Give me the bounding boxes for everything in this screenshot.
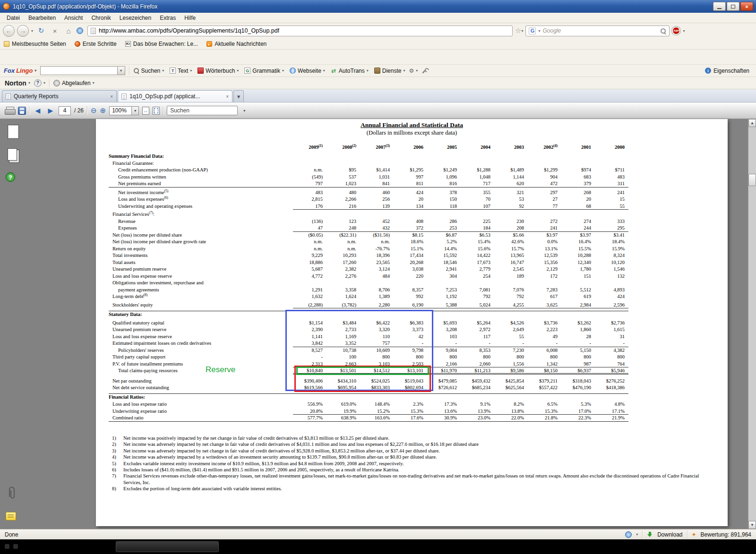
foxlingo-item[interactable]: Dienste▾ <box>374 68 405 74</box>
bookmark-item[interactable]: Aktuelle Nachrichten <box>206 41 266 47</box>
foxlingo-menu[interactable]: FoxLingo ▾ <box>4 67 36 74</box>
taskbar-icon[interactable] <box>5 544 9 549</box>
comments-panel-icon[interactable] <box>6 512 16 520</box>
back-button[interactable]: ← <box>3 25 15 37</box>
history-dropdown-icon[interactable]: ▾ <box>31 29 33 33</box>
foxlingo-item[interactable]: AutoTrans▾ <box>331 68 369 74</box>
fit-width-icon[interactable] <box>142 107 149 115</box>
foxlingo-item[interactable]: Webseite▾ <box>290 68 325 74</box>
zoom-out-icon[interactable]: ⊖ <box>91 106 97 115</box>
foxlingo-settings-button[interactable] <box>421 68 428 74</box>
titlebar: 1q10_OpSup.pdf (application/pdf-Objekt) … <box>0 0 756 13</box>
cell-value: 792 <box>461 293 494 300</box>
menu-item[interactable]: Lesezeichen <box>116 14 155 22</box>
site-identity-icon[interactable] <box>77 27 83 34</box>
restore-button[interactable] <box>727 2 739 11</box>
menu-item[interactable]: Ansicht <box>60 14 86 22</box>
pages-panel-icon[interactable] <box>8 125 19 139</box>
norton-status-button[interactable]: Abgelaufen ▾ <box>53 80 94 86</box>
rating-icon[interactable]: ✦ <box>692 531 696 538</box>
foxlingo-item[interactable]: Wörterbuch▾ <box>198 68 239 74</box>
menu-item[interactable]: Bearbeiten <box>25 14 60 22</box>
foxlingo-item[interactable]: Text▾ <box>170 68 192 74</box>
scroll-up-icon[interactable]: ▲ <box>748 119 756 127</box>
zoom-dropdown-icon[interactable]: ▾ <box>132 106 139 115</box>
page-number-input[interactable]: 4 <box>59 106 71 115</box>
cell-value: 22.0% <box>494 415 528 421</box>
reload-button[interactable]: ↻ <box>35 25 47 36</box>
norton-help-button[interactable]: ? ▾ <box>34 79 45 87</box>
taskbar-window-button[interactable] <box>116 541 219 552</box>
vertical-scrollbar[interactable]: ▲ ▼ <box>748 119 756 529</box>
footnote-text: Financial Services revenues exclude othe… <box>123 473 717 486</box>
bookmark-item[interactable]: Erste Schritte <box>75 41 117 47</box>
print-icon[interactable] <box>5 107 15 115</box>
foxlingo-item[interactable]: Grammatik▾ <box>244 68 284 74</box>
cell-value: 253 <box>427 225 461 232</box>
menu-item[interactable]: Chronik <box>87 14 114 22</box>
save-icon[interactable] <box>18 107 26 115</box>
norton-menu[interactable]: Norton ▾ <box>5 79 30 87</box>
tab[interactable]: 1q10_OpSup.pdf (applicat...× <box>118 90 232 102</box>
tab[interactable]: Quarterly Reports× <box>2 90 117 102</box>
taskbar-icon[interactable] <box>13 544 18 549</box>
home-button[interactable]: ⌂ <box>63 25 74 36</box>
cell-value: $479,085 <box>427 378 461 385</box>
adblock-icon[interactable]: ABP <box>672 26 680 35</box>
stop-button[interactable]: × <box>49 25 60 36</box>
zoom-level-input[interactable]: 100% <box>109 106 132 115</box>
help-icon[interactable]: ? <box>6 172 15 182</box>
attachments-paperclip-icon[interactable] <box>9 486 16 502</box>
bookmark-item[interactable]: Meistbesuchte Seiten <box>4 41 66 47</box>
cell-value: $3.97 <box>528 232 561 239</box>
previous-page-icon[interactable]: ◀ <box>33 107 43 114</box>
forward-button[interactable]: → <box>17 25 29 37</box>
properties-icon <box>705 68 711 74</box>
cell-value: $425,854 <box>494 378 528 385</box>
zoom-in-icon[interactable]: ⊕ <box>100 106 106 115</box>
scrollbar-thumb[interactable] <box>748 174 756 186</box>
menu-item[interactable]: Extras <box>156 14 180 22</box>
cell-value: 18.6% <box>394 239 427 246</box>
footnote: 7)Financial Services revenues exclude ot… <box>112 473 717 486</box>
foxlingo-properties[interactable]: Eigenschaften <box>705 68 752 74</box>
search-bar[interactable]: G ▾ Google <box>525 26 670 36</box>
fit-page-icon[interactable] <box>153 107 160 115</box>
cell-value: 2,779 <box>461 266 494 273</box>
scroll-down-icon[interactable]: ▼ <box>748 521 756 529</box>
cell-value: 9,229 <box>293 252 326 259</box>
download-label[interactable]: Download <box>657 531 682 538</box>
search-engine-dropdown-icon[interactable]: ▾ <box>538 29 540 33</box>
menu-item[interactable]: Datei <box>3 14 24 22</box>
new-tab-button[interactable]: ▾ <box>233 90 244 102</box>
pdf-search-dropdown-icon[interactable]: ▾ <box>241 106 248 115</box>
cell-value: 4,382 <box>595 347 628 354</box>
minimize-button[interactable] <box>713 2 726 11</box>
url-bar[interactable]: http://www.ambac.com/pdfs/OperatingSuppl… <box>87 26 513 36</box>
foxlingo-combobox[interactable]: ▾ <box>40 66 125 75</box>
cell-value: 53 <box>494 196 528 203</box>
search-placeholder[interactable]: Google <box>543 27 658 34</box>
menu-item[interactable]: Hilfe <box>180 14 199 22</box>
google-icon[interactable]: G <box>529 27 536 34</box>
foxlingo-item[interactable]: Suchen▾ <box>133 68 164 74</box>
close-tab-icon[interactable]: × <box>110 94 113 99</box>
language-globe-icon[interactable] <box>625 531 632 538</box>
cell-value: 49 <box>528 333 561 341</box>
combobox-dropdown-icon[interactable]: ▾ <box>117 67 125 75</box>
search-icon[interactable] <box>660 28 666 34</box>
close-tab-icon[interactable]: × <box>226 94 229 99</box>
bookmark-star-icon[interactable]: ☆▾ <box>515 26 523 35</box>
pdf-search-input[interactable]: Suchen <box>167 106 238 115</box>
download-icon[interactable] <box>647 531 653 537</box>
close-button[interactable]: × <box>740 2 753 11</box>
foxlingo-tools-button[interactable]: ⚙▾ <box>409 68 418 74</box>
next-page-icon[interactable]: ▶ <box>46 107 55 114</box>
cell-value: 30.9% <box>427 415 461 421</box>
bookmarks-panel-icon[interactable] <box>8 148 17 161</box>
cell-value: $695,954 <box>326 384 360 392</box>
chevron-down-icon[interactable]: ▾ <box>636 532 638 537</box>
adblock-dropdown-icon[interactable]: ▾ <box>683 29 685 33</box>
bookmark-item[interactable]: KiDas böse Erwachen: Le... <box>125 41 198 47</box>
url-text[interactable]: http://www.ambac.com/pdfs/OperatingSuppl… <box>99 27 279 34</box>
